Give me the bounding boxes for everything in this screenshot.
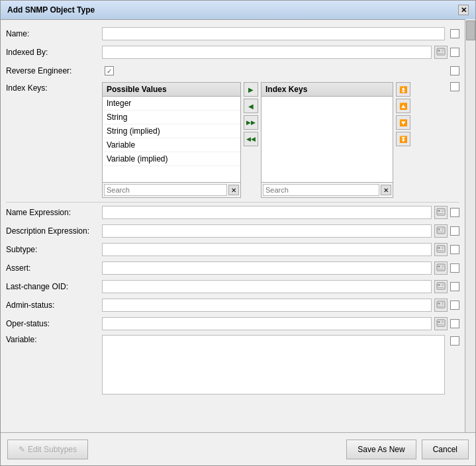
close-button[interactable]: ✕ <box>458 5 469 15</box>
edit-subtypes-icon: ✎ <box>19 445 25 454</box>
footer: ✎ Edit Subtypes Save As New Cancel <box>1 432 475 465</box>
oper-status-row: Oper-status: <box>6 316 459 331</box>
last-change-label: Last-change OID: <box>6 282 102 291</box>
oper-status-checkbox[interactable] <box>450 319 459 328</box>
indexed-by-picker-icon[interactable] <box>434 46 448 59</box>
reverse-engineer-extra-checkbox[interactable] <box>450 66 459 75</box>
svg-rect-24 <box>438 269 444 269</box>
last-change-picker-icon[interactable] <box>434 280 448 293</box>
subtype-picker-icon[interactable] <box>434 243 448 256</box>
reverse-engineer-label: Reverse Engineer: <box>6 66 102 75</box>
admin-status-row: Admin-status: <box>6 298 459 312</box>
index-keys-search[interactable] <box>263 184 379 196</box>
title-bar: Add SNMP Object Type ✕ <box>1 1 475 20</box>
subtype-label: Subtype: <box>6 245 102 254</box>
svg-rect-4 <box>438 53 444 54</box>
sort-bottom-button[interactable]: ⏬ <box>396 132 410 146</box>
svg-rect-29 <box>438 287 444 288</box>
list-item[interactable]: Variable (implied) <box>103 152 240 166</box>
admin-status-input[interactable] <box>102 299 432 312</box>
desc-expression-checkbox[interactable] <box>450 226 459 236</box>
possible-values-header: Possible Values <box>103 83 240 97</box>
name-input[interactable] <box>102 27 445 40</box>
desc-expression-picker-icon[interactable] <box>434 224 448 238</box>
desc-expression-label: Description Expression: <box>6 226 102 236</box>
desc-expression-row: Description Expression: <box>6 224 459 238</box>
desc-expression-input[interactable] <box>102 224 432 238</box>
svg-rect-2 <box>442 50 444 50</box>
name-expression-input[interactable] <box>102 206 432 219</box>
list-item[interactable]: String (implied) <box>103 124 240 138</box>
variable-checkbox[interactable] <box>450 336 459 346</box>
admin-status-checkbox[interactable] <box>450 301 459 310</box>
assert-checkbox[interactable] <box>450 263 459 273</box>
remove-all-button[interactable]: ◀◀ <box>244 132 258 146</box>
last-change-row: Last-change OID: <box>6 279 459 294</box>
svg-rect-39 <box>438 324 444 325</box>
dialog-title: Add SNMP Object Type <box>7 5 95 15</box>
svg-rect-28 <box>442 285 444 286</box>
svg-rect-3 <box>442 51 444 52</box>
svg-rect-31 <box>438 303 440 304</box>
possible-values-list: Integer String String (implied) Variable… <box>103 97 240 182</box>
name-label: Name: <box>6 29 102 38</box>
svg-rect-6 <box>438 210 440 212</box>
svg-rect-18 <box>442 248 444 249</box>
reverse-engineer-row: Reverse Engineer: <box>6 64 459 78</box>
dialog-content: Name: Indexed By: Reverse Engineer: Inde… <box>1 20 475 432</box>
list-item[interactable]: Variable <box>103 138 240 152</box>
name-expression-checkbox[interactable] <box>450 208 459 217</box>
footer-left: ✎ Edit Subtypes <box>7 440 88 459</box>
svg-rect-22 <box>442 265 444 266</box>
last-change-checkbox[interactable] <box>450 282 459 291</box>
index-keys-list <box>262 97 393 182</box>
name-checkbox[interactable] <box>450 29 459 38</box>
add-button[interactable]: ▶ <box>244 82 258 97</box>
edit-subtypes-label: Edit Subtypes <box>28 445 77 454</box>
add-all-button[interactable]: ▶▶ <box>244 115 258 130</box>
scrollbar[interactable] <box>465 19 475 432</box>
possible-values-search-clear[interactable]: ✕ <box>228 185 239 195</box>
svg-rect-13 <box>442 230 444 230</box>
subtype-checkbox[interactable] <box>450 245 459 254</box>
index-keys-row: Index Keys: Possible Values Integer Stri… <box>6 82 459 198</box>
assert-row: Assert: <box>6 261 459 275</box>
edit-subtypes-button[interactable]: ✎ Edit Subtypes <box>7 440 88 459</box>
variable-textarea[interactable] <box>102 335 445 395</box>
list-item[interactable]: String <box>103 111 240 124</box>
name-expression-picker-icon[interactable] <box>434 206 448 219</box>
svg-rect-8 <box>442 211 444 212</box>
remove-button[interactable]: ◀ <box>244 99 258 113</box>
indexed-by-row: Indexed By: <box>6 45 459 60</box>
assert-input[interactable] <box>102 261 432 275</box>
indexed-by-checkbox[interactable] <box>450 48 459 57</box>
oper-status-input[interactable] <box>102 317 432 330</box>
svg-rect-7 <box>442 210 444 210</box>
subtype-input[interactable] <box>102 243 432 256</box>
list-item[interactable]: Integer <box>103 97 240 111</box>
svg-rect-27 <box>442 284 444 285</box>
svg-rect-19 <box>438 250 444 251</box>
oper-status-picker-icon[interactable] <box>434 317 448 330</box>
variable-label: Variable: <box>6 335 102 344</box>
sort-down-button[interactable]: 🔽 <box>396 115 410 130</box>
sort-up-button[interactable]: 🔼 <box>396 99 410 113</box>
index-keys-search-clear[interactable]: ✕ <box>381 185 391 195</box>
cancel-button[interactable]: Cancel <box>422 440 469 459</box>
admin-status-picker-icon[interactable] <box>434 299 448 312</box>
save-as-new-button[interactable]: Save As New <box>346 440 416 459</box>
last-change-input[interactable] <box>102 280 432 293</box>
svg-rect-26 <box>438 284 440 286</box>
assert-picker-icon[interactable] <box>434 261 448 275</box>
index-keys-checkbox[interactable] <box>450 82 459 91</box>
svg-rect-23 <box>442 267 444 267</box>
possible-values-search[interactable] <box>104 184 227 196</box>
sort-buttons: ⏫ 🔼 🔽 ⏬ <box>393 82 413 146</box>
index-keys-panel: Index Keys ✕ <box>261 82 393 198</box>
admin-status-label: Admin-status: <box>6 301 102 310</box>
possible-values-search-bar: ✕ <box>103 182 240 197</box>
sort-top-button[interactable]: ⏫ <box>396 82 410 97</box>
reverse-engineer-checkbox[interactable] <box>105 66 114 75</box>
indexed-by-input[interactable] <box>102 46 432 59</box>
index-keys-label: Index Keys: <box>6 82 102 93</box>
